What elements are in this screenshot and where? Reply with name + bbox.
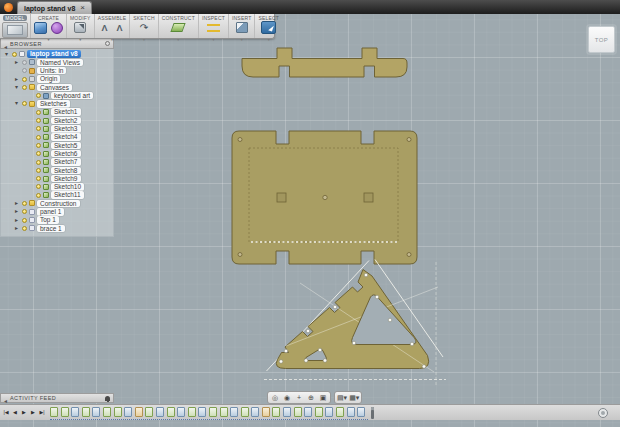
visibility-bulb-icon[interactable] <box>36 160 41 165</box>
view-cube[interactable]: TOP <box>588 26 615 53</box>
tree-item-label[interactable]: Units: in <box>37 67 66 75</box>
browser-tree-item[interactable]: Units: in <box>1 67 113 75</box>
tree-item-label[interactable]: Canvases <box>37 84 72 92</box>
expander-icon[interactable] <box>13 84 20 91</box>
activity-feed-bar[interactable]: ACTIVITY FEED <box>0 393 114 403</box>
brace-body[interactable] <box>264 260 446 387</box>
timeline-feature-icon[interactable] <box>92 407 100 417</box>
visibility-bulb-icon[interactable] <box>12 52 17 57</box>
browser-tree-item[interactable]: Construction <box>1 199 113 207</box>
expander-icon[interactable] <box>13 217 20 224</box>
visibility-bulb-icon[interactable] <box>36 118 41 123</box>
group-dropdown-caret-icon[interactable] <box>212 34 214 38</box>
timeline-position-marker[interactable] <box>371 407 374 419</box>
browser-tree-item[interactable]: Top 1 <box>1 216 113 224</box>
group-dropdown-caret-icon[interactable] <box>111 34 113 38</box>
timeline-feature-icon[interactable] <box>156 407 164 417</box>
visibility-bulb-icon[interactable] <box>36 151 41 156</box>
timeline-playback-button[interactable]: ▶ <box>29 407 37 418</box>
timeline-feature-icon[interactable] <box>336 407 344 417</box>
timeline-feature-icon[interactable] <box>241 407 249 417</box>
visibility-bulb-icon[interactable] <box>22 201 27 206</box>
visibility-bulb-icon[interactable] <box>36 126 41 131</box>
timeline-feature-icon[interactable] <box>61 407 69 417</box>
toolbar-icon[interactable] <box>99 22 110 34</box>
browser-tree-item[interactable]: Sketch3 <box>1 125 113 133</box>
collapse-panel-icon[interactable] <box>4 389 7 407</box>
timeline-options-gear-icon[interactable] <box>598 408 608 418</box>
tree-item-label[interactable]: Sketch4 <box>51 133 81 141</box>
browser-tree-item[interactable]: Sketches <box>1 100 113 108</box>
timeline-feature-icon[interactable] <box>177 407 185 417</box>
timeline-playback-button[interactable]: ◀ <box>11 407 19 418</box>
browser-tree-item[interactable]: Sketch9 <box>1 174 113 182</box>
timeline-feature-icon[interactable] <box>135 407 143 417</box>
tree-item-label[interactable]: Sketch1 <box>51 108 81 116</box>
main-panel-body[interactable] <box>232 131 417 264</box>
tree-item-label[interactable]: laptop stand v8 <box>27 50 81 58</box>
timeline-feature-icon[interactable] <box>188 407 196 417</box>
fusion-logo-icon[interactable] <box>4 3 13 12</box>
browser-tree-item[interactable]: Sketch6 <box>1 150 113 158</box>
timeline-feature-icon[interactable] <box>198 407 206 417</box>
visibility-bulb-icon[interactable] <box>22 85 27 90</box>
browser-tree-item[interactable]: Sketch1 <box>1 108 113 116</box>
toolbar-icon[interactable] <box>51 22 63 34</box>
timeline-feature-icon[interactable] <box>124 407 132 417</box>
browser-tree-item[interactable]: keyboard art <box>1 91 113 99</box>
group-dropdown-caret-icon[interactable] <box>268 34 270 38</box>
timeline-feature-icon[interactable] <box>251 407 259 417</box>
nav-view-button[interactable]: ◎ <box>269 393 281 403</box>
timeline-feature-icon[interactable] <box>283 407 291 417</box>
visibility-bulb-icon[interactable] <box>36 184 41 189</box>
toolbar-icon[interactable] <box>74 22 86 33</box>
tree-item-label[interactable]: Sketch7 <box>51 158 81 166</box>
timeline-feature-icon[interactable] <box>103 407 111 417</box>
timeline-feature-icon[interactable] <box>114 407 122 417</box>
browser-tree-item[interactable]: Sketch11 <box>1 191 113 199</box>
timeline-feature-icon[interactable] <box>347 407 355 417</box>
timeline-feature-icon[interactable] <box>71 407 79 417</box>
visibility-bulb-icon[interactable] <box>22 101 27 106</box>
tree-item-label[interactable]: Sketch8 <box>51 167 81 175</box>
expander-icon[interactable] <box>13 76 20 83</box>
tree-item-label[interactable]: brace 1 <box>37 225 65 233</box>
visibility-bulb-icon[interactable] <box>36 135 41 140</box>
timeline-feature-icon[interactable] <box>145 407 153 417</box>
tree-item-label[interactable]: Sketches <box>37 100 70 108</box>
tree-item-label[interactable]: Sketch11 <box>51 191 84 199</box>
tree-item-label[interactable]: Sketch3 <box>51 125 81 133</box>
visibility-bulb-icon[interactable] <box>36 93 41 98</box>
tree-item-label[interactable]: keyboard art <box>51 92 93 100</box>
tree-item-label[interactable]: Sketch6 <box>51 150 81 158</box>
expander-icon[interactable] <box>13 59 20 66</box>
group-dropdown-caret-icon[interactable] <box>79 34 81 38</box>
top-lip-body[interactable] <box>242 48 407 77</box>
timeline-playback-button[interactable]: |◀ <box>2 407 10 418</box>
timeline-feature-icon[interactable] <box>304 407 312 417</box>
view-cube-top-face[interactable]: TOP <box>595 37 609 43</box>
timeline-feature-icon[interactable] <box>357 407 365 417</box>
visibility-bulb-icon[interactable] <box>22 226 27 231</box>
tree-item-label[interactable]: Construction <box>37 200 80 208</box>
tree-item-label[interactable]: Sketch5 <box>51 142 81 150</box>
browser-tree-item[interactable]: Sketch10 <box>1 183 113 191</box>
visibility-bulb-icon[interactable] <box>22 77 27 82</box>
expander-icon[interactable] <box>13 225 20 232</box>
browser-tree-item[interactable]: panel 1 <box>1 208 113 216</box>
expander-icon[interactable] <box>3 51 10 58</box>
toolbar-icon[interactable] <box>138 22 150 34</box>
timeline-feature-icon[interactable] <box>294 407 302 417</box>
timeline-feature-icon[interactable] <box>272 407 280 417</box>
browser-tree-item[interactable]: Canvases <box>1 83 113 91</box>
toolbar-icon[interactable] <box>114 22 125 34</box>
browser-tree-item[interactable]: Named Views <box>1 58 113 66</box>
timeline-feature-icon[interactable] <box>230 407 238 417</box>
nav-view-button[interactable]: ◉ <box>281 393 293 403</box>
timeline-feature-icon[interactable] <box>262 407 270 417</box>
display-settings-button[interactable]: ▦▾ <box>348 393 360 403</box>
visibility-bulb-icon[interactable] <box>36 143 41 148</box>
tree-item-label[interactable]: Sketch9 <box>51 175 81 183</box>
browser-tree-item[interactable]: Sketch4 <box>1 133 113 141</box>
nav-view-button[interactable]: ⊕ <box>305 393 317 403</box>
